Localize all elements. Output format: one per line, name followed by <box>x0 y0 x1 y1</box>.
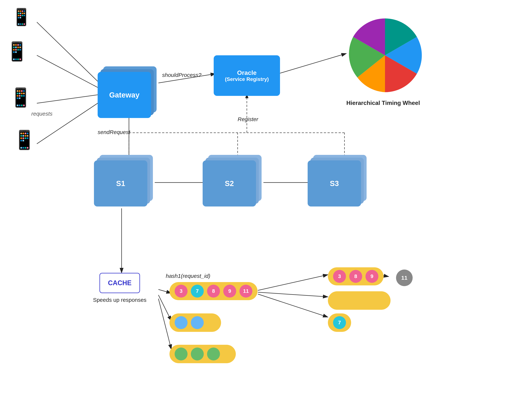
oracle-box: Oracle (Service Registry) <box>214 55 280 96</box>
hash-circle-9: 9 <box>223 285 236 298</box>
output-row-3: 7 <box>328 314 351 332</box>
s1-label: S1 <box>116 179 125 188</box>
hash-circle-11: 11 <box>239 285 252 298</box>
requests-label: requests <box>31 110 52 117</box>
out-circle-8: 8 <box>349 270 362 283</box>
diagram-container: 📱 📱 📱 📱 requests shouldProcess? sendRequ… <box>0 0 532 408</box>
hash-circle-blue-1 <box>175 316 188 329</box>
hash-circle-green-3 <box>207 348 220 360</box>
phone-4: 📱 <box>13 129 36 151</box>
register-label: Register <box>238 116 258 122</box>
hash-circle-green-1 <box>175 348 188 360</box>
svg-line-3 <box>37 55 103 90</box>
svg-line-19 <box>158 295 171 321</box>
phone-3: 📱 <box>9 87 32 108</box>
svg-line-4 <box>37 94 103 103</box>
should-process-label: shouldProcess? <box>162 72 201 78</box>
svg-line-20 <box>158 299 171 349</box>
svg-line-5 <box>37 100 103 144</box>
cache-subtitle: Speeds up responses <box>90 297 149 303</box>
hash-circle-blue-2 <box>191 316 204 329</box>
s2-label: S2 <box>225 179 234 188</box>
cache-label: CACHE <box>108 279 131 287</box>
pie-chart <box>346 17 424 94</box>
hash-row-2 <box>170 314 221 332</box>
output-row-2 <box>328 291 391 310</box>
svg-line-24 <box>383 276 389 277</box>
gateway-card: Gateway <box>98 66 156 118</box>
send-request-label: sendRequest <box>98 129 130 135</box>
hash-label: hash1(request_id) <box>166 273 210 279</box>
oracle-label-line2: (Service Registry) <box>225 76 269 82</box>
gray-circle-label: 11 <box>401 275 407 281</box>
htw-label: Hierarchical Timing Wheel <box>344 100 422 106</box>
gray-circle-11: 11 <box>396 270 413 286</box>
phone-2: 📱 <box>6 41 29 62</box>
phone-1: 📱 <box>11 7 32 27</box>
hash-circle-3: 3 <box>175 285 188 298</box>
svg-line-21 <box>258 275 328 290</box>
s1-card: S1 <box>94 155 153 206</box>
s2-card: S2 <box>203 155 262 206</box>
hash-row-3 <box>170 345 236 363</box>
svg-line-22 <box>258 292 328 297</box>
svg-line-2 <box>37 22 103 87</box>
s3-card: S3 <box>308 155 367 206</box>
cache-box: CACHE <box>99 273 140 293</box>
hash-circle-8: 8 <box>207 285 220 298</box>
hash-circle-green-2 <box>191 348 204 360</box>
hash-circle-7: 7 <box>191 285 204 298</box>
output-row-1: 3 8 9 <box>328 267 384 285</box>
oracle-label-line1: Oracle <box>237 69 257 76</box>
out-circle-7: 7 <box>333 316 346 329</box>
out-circle-3: 3 <box>333 270 346 283</box>
gateway-label: Gateway <box>109 91 140 99</box>
svg-line-7 <box>278 53 346 74</box>
s3-label: S3 <box>330 179 339 188</box>
out-circle-9: 9 <box>366 270 378 283</box>
svg-line-23 <box>258 294 328 317</box>
hash-row-1: 3 7 8 9 11 <box>170 282 258 300</box>
